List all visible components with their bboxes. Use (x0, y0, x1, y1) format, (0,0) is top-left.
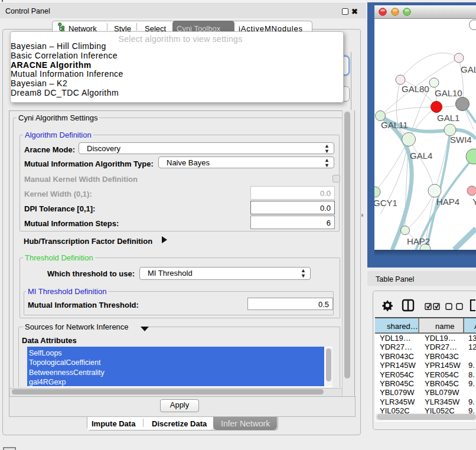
svg-text:GAL: GAL (461, 64, 476, 74)
svg-text:SWI4: SWI4 (450, 135, 472, 145)
svg-text:HAP4: HAP4 (436, 197, 459, 207)
svg-text:GCY1: GCY1 (374, 198, 397, 208)
svg-text:GAL4: GAL4 (410, 151, 432, 161)
svg-text:GAL11: GAL11 (381, 120, 408, 130)
svg-text:GAL10: GAL10 (435, 88, 462, 98)
svg-text:HAP2: HAP2 (407, 236, 430, 246)
svg-text:GAL80: GAL80 (402, 84, 429, 94)
svg-text:Y: Y (472, 197, 476, 207)
svg-text:GAL1: GAL1 (437, 113, 459, 123)
